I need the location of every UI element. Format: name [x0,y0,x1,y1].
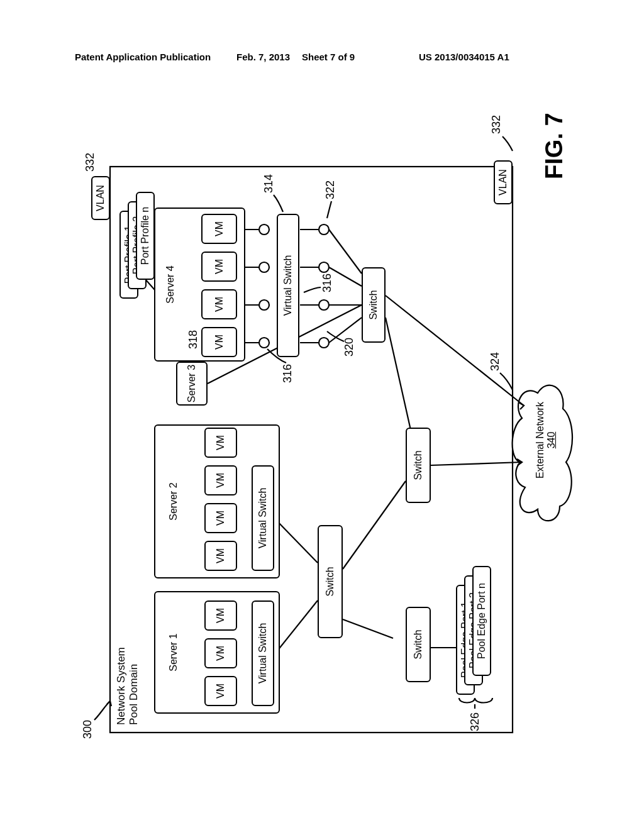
vm-label: VM [204,292,235,317]
s2-vswitch: Virtual Switch [252,465,274,571]
s1-vm-1: VM [204,676,237,706]
vm-label: VM [207,430,235,455]
ref-324: 324 [489,352,502,371]
svg-point-25 [319,224,329,235]
external-network-label: External Network [535,396,546,484]
ref-316a: 316 [281,364,294,383]
switch-lower-mid: Switch [406,428,431,503]
header-date: Feb. 7, 2013 [236,52,290,62]
s1-vswitch: Virtual Switch [252,600,274,706]
svg-point-24 [319,262,329,272]
vm-label: VM [207,641,235,666]
s4-vm-1: VM [201,327,237,357]
vswitch-label: Virtual Switch [279,216,297,355]
s2-vm-2: VM [204,503,237,533]
figure-area: Network System Pool Domain 300 VLAN 332 … [0,173,644,676]
vm-label: VM [207,543,235,568]
s2-vm-4: VM [204,428,237,458]
server-2-label: Server 2 [168,482,179,520]
s1-vm-3: VM [204,600,237,631]
switch-right: Switch [362,267,386,343]
ref-332a: 332 [84,153,97,172]
server-1-label: Server 1 [168,633,179,671]
server-4-label: Server 4 [165,265,176,303]
switch-upper-left: Switch [318,525,343,638]
s2-vm-1: VM [204,541,237,571]
port-profile-n-label: Port Profile n [138,194,152,277]
ref-314: 314 [262,174,275,193]
svg-line-36 [386,296,524,406]
server-3: Server 3 [176,362,208,406]
svg-line-9 [275,519,318,563]
external-network: External Network 340 [535,396,557,484]
switch-label: Switch [364,270,383,340]
s4-vm-3: VM [201,252,237,282]
switch-lower-left: Switch [406,607,431,682]
svg-point-15 [259,300,269,310]
svg-line-35 [431,462,522,465]
s4-vm-2: VM [201,289,237,319]
svg-line-29 [329,230,362,274]
ref-322: 322 [324,180,337,199]
svg-line-31 [343,481,406,569]
switch-label: Switch [408,430,428,501]
s4-vswitch: Virtual Switch [277,214,299,357]
svg-point-16 [259,262,269,272]
vlan-top: VLAN [91,176,110,220]
vlan-bottom-label: VLAN [496,163,510,202]
header-pub-label: Patent Application Publication [75,52,211,62]
server-3-label: Server 3 [179,364,205,403]
ref-316b: 316 [321,274,334,292]
figure-canvas: Network System Pool Domain 300 VLAN 332 … [72,91,575,758]
vm-label: VM [204,254,235,279]
port-profile-n: Port Profile n [136,192,155,280]
s2-vm-3: VM [204,465,237,495]
ref-320: 320 [343,338,356,357]
figure-label: FIG. 7 [541,113,568,179]
svg-line-30 [343,619,393,638]
vm-label: VM [204,216,235,241]
ref-300: 300 [81,720,94,739]
svg-point-23 [319,300,329,310]
vlan-bottom: VLAN [494,160,513,204]
header-pubnum: US 2013/0034015 A1 [419,52,509,62]
svg-point-14 [259,338,269,348]
vm-label: VM [207,468,235,493]
ref-318: 318 [187,330,200,349]
pool-edge-n: Pool Edge Port n [472,566,491,676]
pool-edge-n-label: Pool Edge Port n [475,568,489,673]
ref-332b: 332 [490,115,503,134]
vswitch-label: Virtual Switch [254,603,272,704]
switch-label: Switch [320,528,340,636]
switch-label: Switch [408,609,428,680]
vswitch-label: Virtual Switch [254,468,272,568]
pool-domain-title: Network System Pool Domain [115,647,140,725]
header-sheet: Sheet 7 of 9 [302,52,355,62]
vm-label: VM [207,506,235,531]
svg-point-22 [319,338,329,348]
vlan-top-label: VLAN [94,179,108,218]
vm-label: VM [207,678,235,704]
s4-vm-4: VM [201,214,237,244]
s1-vm-2: VM [204,638,237,668]
ref-326: 326 [469,712,482,731]
svg-point-17 [259,224,269,235]
vm-label: VM [207,603,235,628]
svg-line-4 [275,600,318,654]
external-network-num: 340 [546,396,557,484]
vm-label: VM [204,329,235,355]
